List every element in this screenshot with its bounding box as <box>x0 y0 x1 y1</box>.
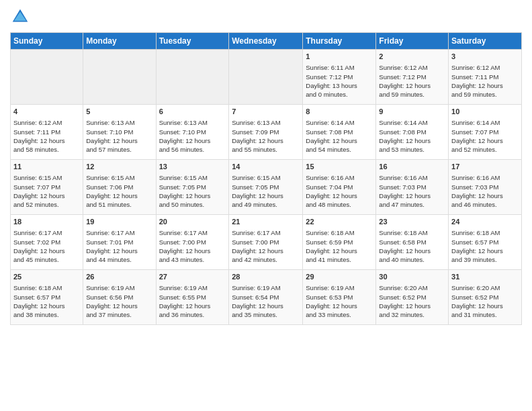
day-info-line: Sunset: 7:02 PM <box>13 238 80 246</box>
day-cell: 21Sunrise: 6:17 AMSunset: 7:00 PMDayligh… <box>229 215 303 270</box>
header-cell-saturday: Saturday <box>449 33 522 50</box>
day-info-line: Sunset: 7:11 PM <box>451 73 519 81</box>
day-info-line: Sunset: 6:57 PM <box>451 238 519 246</box>
day-info-line: Sunrise: 6:18 AM <box>13 283 80 292</box>
page: SundayMondayTuesdayWednesdayThursdayFrid… <box>0 0 532 332</box>
day-cell: 16Sunrise: 6:16 AMSunset: 7:03 PMDayligh… <box>376 160 449 215</box>
day-info-line: and 42 minutes. <box>232 255 300 264</box>
day-info-line: Sunset: 6:59 PM <box>306 238 373 246</box>
header-cell-thursday: Thursday <box>303 33 376 50</box>
day-number: 12 <box>86 162 152 172</box>
day-number: 6 <box>159 107 226 117</box>
day-info-line: and 47 minutes. <box>379 200 445 209</box>
day-info-line: Daylight: 12 hours <box>86 246 152 255</box>
day-info-line: Sunrise: 6:11 AM <box>306 63 373 72</box>
day-info-line: Sunrise: 6:17 AM <box>86 228 152 237</box>
day-info-line: Daylight: 12 hours <box>306 136 373 145</box>
day-info-line: Sunset: 7:06 PM <box>86 183 152 191</box>
day-cell: 31Sunrise: 6:20 AMSunset: 6:52 PMDayligh… <box>449 270 522 325</box>
calendar-table: SundayMondayTuesdayWednesdayThursdayFrid… <box>10 32 522 325</box>
day-info-line: Sunset: 7:09 PM <box>232 128 300 136</box>
day-info-line: Sunset: 6:56 PM <box>86 293 152 302</box>
day-info-line: Daylight: 12 hours <box>379 81 445 90</box>
day-cell: 29Sunrise: 6:19 AMSunset: 6:53 PMDayligh… <box>303 270 376 325</box>
day-info-line: Daylight: 12 hours <box>306 191 373 200</box>
day-number: 15 <box>306 162 373 172</box>
day-cell: 3Sunrise: 6:12 AMSunset: 7:11 PMDaylight… <box>449 50 522 105</box>
day-cell: 7Sunrise: 6:13 AMSunset: 7:09 PMDaylight… <box>229 105 303 160</box>
day-cell <box>229 50 303 105</box>
day-info-line: Sunset: 6:53 PM <box>306 293 373 302</box>
day-cell: 11Sunrise: 6:15 AMSunset: 7:07 PMDayligh… <box>11 160 83 215</box>
day-number: 30 <box>379 272 445 282</box>
day-info-line: Sunrise: 6:12 AM <box>13 118 80 127</box>
day-info-line: and 59 minutes. <box>451 90 519 99</box>
day-info-line: Sunset: 7:03 PM <box>451 183 519 191</box>
week-row-2: 4Sunrise: 6:12 AMSunset: 7:11 PMDaylight… <box>11 105 522 160</box>
day-info-line: Sunrise: 6:19 AM <box>159 283 226 292</box>
logo <box>10 7 33 27</box>
header-row: SundayMondayTuesdayWednesdayThursdayFrid… <box>11 33 522 50</box>
day-info-line: Sunset: 7:03 PM <box>379 183 445 191</box>
day-info-line: Sunrise: 6:19 AM <box>232 283 300 292</box>
day-info-line: Sunset: 7:10 PM <box>86 128 152 136</box>
day-cell: 17Sunrise: 6:16 AMSunset: 7:03 PMDayligh… <box>449 160 522 215</box>
day-cell: 14Sunrise: 6:15 AMSunset: 7:05 PMDayligh… <box>229 160 303 215</box>
day-info-line: Sunrise: 6:17 AM <box>159 228 226 237</box>
day-number: 29 <box>306 272 373 282</box>
day-info-line: Daylight: 12 hours <box>232 191 300 200</box>
day-info-line: Sunset: 7:05 PM <box>232 183 300 191</box>
day-number: 25 <box>13 272 80 282</box>
day-cell: 1Sunrise: 6:11 AMSunset: 7:12 PMDaylight… <box>303 50 376 105</box>
day-info-line: and 32 minutes. <box>379 310 445 319</box>
day-info-line: Daylight: 12 hours <box>379 191 445 200</box>
day-cell: 10Sunrise: 6:14 AMSunset: 7:07 PMDayligh… <box>449 105 522 160</box>
day-info-line: Sunrise: 6:13 AM <box>232 118 300 127</box>
day-info-line: and 52 minutes. <box>451 145 519 154</box>
week-row-1: 1Sunrise: 6:11 AMSunset: 7:12 PMDaylight… <box>11 50 522 105</box>
calendar-body: 1Sunrise: 6:11 AMSunset: 7:12 PMDaylight… <box>11 50 522 325</box>
day-info-line: and 55 minutes. <box>232 145 300 154</box>
day-info-line: Daylight: 12 hours <box>379 136 445 145</box>
day-cell: 22Sunrise: 6:18 AMSunset: 6:59 PMDayligh… <box>303 215 376 270</box>
day-info-line: and 50 minutes. <box>159 200 226 209</box>
day-number: 11 <box>13 162 80 172</box>
day-info-line: Sunset: 6:52 PM <box>451 293 519 302</box>
day-cell: 4Sunrise: 6:12 AMSunset: 7:11 PMDaylight… <box>11 105 83 160</box>
day-info-line: Daylight: 12 hours <box>451 246 519 255</box>
day-info-line: Sunset: 6:55 PM <box>159 293 226 302</box>
day-info-line: Daylight: 12 hours <box>451 191 519 200</box>
day-number: 24 <box>451 217 519 227</box>
day-cell: 24Sunrise: 6:18 AMSunset: 6:57 PMDayligh… <box>449 215 522 270</box>
day-info-line: and 35 minutes. <box>232 310 300 319</box>
day-info-line: Sunrise: 6:15 AM <box>13 173 80 182</box>
day-info-line: and 52 minutes. <box>13 200 80 209</box>
day-info-line: and 33 minutes. <box>306 310 373 319</box>
day-info-line: Daylight: 12 hours <box>86 136 152 145</box>
day-cell: 26Sunrise: 6:19 AMSunset: 6:56 PMDayligh… <box>83 270 156 325</box>
day-number: 31 <box>451 272 519 282</box>
header-cell-sunday: Sunday <box>11 33 83 50</box>
day-cell: 25Sunrise: 6:18 AMSunset: 6:57 PMDayligh… <box>11 270 83 325</box>
day-info-line: Daylight: 12 hours <box>13 136 80 145</box>
day-info-line: and 58 minutes. <box>13 145 80 154</box>
day-info-line: Sunrise: 6:19 AM <box>86 283 152 292</box>
day-cell: 13Sunrise: 6:15 AMSunset: 7:05 PMDayligh… <box>156 160 229 215</box>
day-cell: 30Sunrise: 6:20 AMSunset: 6:52 PMDayligh… <box>376 270 449 325</box>
day-number: 3 <box>451 52 519 62</box>
day-cell: 18Sunrise: 6:17 AMSunset: 7:02 PMDayligh… <box>11 215 83 270</box>
day-number: 5 <box>86 107 152 117</box>
day-info-line: Sunrise: 6:14 AM <box>451 118 519 127</box>
header-cell-friday: Friday <box>376 33 449 50</box>
day-info-line: and 54 minutes. <box>306 145 373 154</box>
day-number: 10 <box>451 107 519 117</box>
day-info-line: Daylight: 13 hours <box>306 81 373 90</box>
day-info-line: Sunset: 6:52 PM <box>379 293 445 302</box>
day-info-line: Sunset: 6:58 PM <box>379 238 445 246</box>
day-cell: 27Sunrise: 6:19 AMSunset: 6:55 PMDayligh… <box>156 270 229 325</box>
day-number: 14 <box>232 162 300 172</box>
day-number: 20 <box>159 217 226 227</box>
day-info-line: Daylight: 12 hours <box>159 136 226 145</box>
day-info-line: Daylight: 12 hours <box>306 246 373 255</box>
day-info-line: Sunset: 7:01 PM <box>86 238 152 246</box>
